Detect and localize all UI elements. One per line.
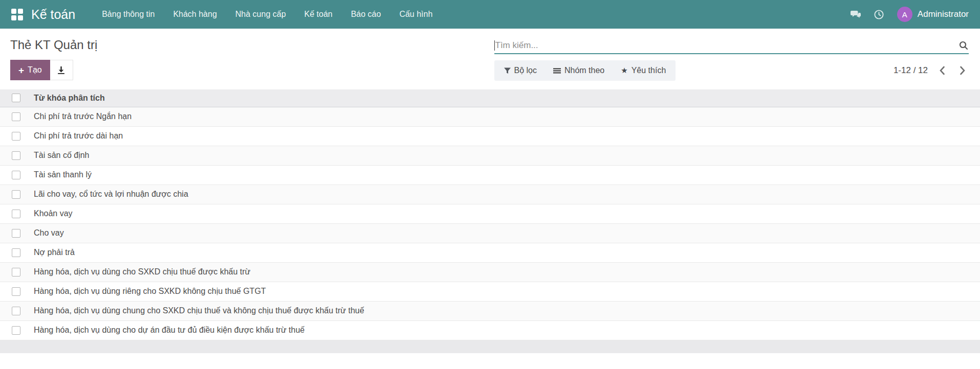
messages-icon[interactable] (850, 9, 861, 20)
activity-clock-icon[interactable] (874, 9, 885, 20)
apps-grid-square (11, 15, 16, 20)
list-view: Từ khóa phân tích Chi phí trả trước Ngắn… (0, 89, 980, 353)
row-label[interactable]: Hàng hóa, dịch vụ dùng cho SXKD chịu thu… (34, 262, 980, 282)
search-options-row: Bộ lọc Nhóm theo ★ Yêu thích 1-12 / 12 (494, 60, 969, 81)
table-row[interactable]: Hàng hóa, dịch vụ dùng cho dự án đầu tư … (0, 320, 980, 340)
row-label[interactable]: Chi phí trả trước Ngắn hạn (34, 107, 980, 126)
apps-grid-square (11, 9, 16, 14)
column-header[interactable]: Từ khóa phân tích (34, 89, 980, 107)
menu-item[interactable]: Nhà cung cấp (226, 0, 295, 29)
row-checkbox[interactable] (12, 190, 20, 199)
menu-item[interactable]: Cấu hình (390, 0, 442, 29)
chevron-right-icon (960, 66, 966, 75)
row-checkbox[interactable] (12, 151, 20, 160)
table-row[interactable]: Tài sản thanh lý (0, 165, 980, 184)
filters-button[interactable]: Bộ lọc (496, 60, 545, 81)
apps-grid-icon[interactable] (11, 9, 23, 20)
table-body: Chi phí trả trước Ngắn hạn Chi phí trả t… (0, 107, 980, 340)
export-download-button[interactable] (50, 60, 73, 80)
create-button[interactable]: + Tạo (10, 60, 50, 80)
table-row[interactable]: Cho vay (0, 223, 980, 243)
filter-funnel-icon (504, 67, 511, 74)
filters-button-label: Bộ lọc (514, 66, 537, 75)
row-label[interactable]: Hàng hóa, dịch vụ dùng chung cho SXKD ch… (34, 301, 980, 320)
control-panel: Thẻ KT Quản trị + Tạo (0, 29, 980, 81)
menu-item[interactable]: Kế toán (295, 0, 342, 29)
table-row[interactable]: Nợ phải trả (0, 243, 980, 262)
table-row[interactable]: Hàng hóa, dịch vụ dùng cho SXKD chịu thu… (0, 262, 980, 282)
search-bar[interactable] (494, 37, 969, 54)
pager-range: 1-12 / 12 (894, 65, 928, 76)
row-label[interactable]: Hàng hóa, dịch vụ dùng riêng cho SXKD kh… (34, 282, 980, 301)
search-input[interactable] (495, 40, 959, 51)
row-label[interactable]: Khoản vay (34, 204, 980, 223)
row-checkbox[interactable] (12, 326, 20, 335)
main-menu: Bảng thông tinKhách hàngNhà cung cấpKế t… (93, 0, 442, 29)
records-table: Từ khóa phân tích Chi phí trả trước Ngắn… (0, 89, 980, 340)
table-footer-strip (0, 340, 980, 353)
search-options-group: Bộ lọc Nhóm theo ★ Yêu thích (494, 60, 676, 81)
row-checkbox[interactable] (12, 112, 20, 121)
row-checkbox[interactable] (12, 307, 20, 315)
action-buttons: + Tạo (10, 60, 490, 80)
favorites-button[interactable]: ★ Yêu thích (613, 60, 674, 81)
create-button-label: Tạo (28, 65, 42, 75)
download-icon (57, 66, 66, 75)
group-by-button[interactable]: Nhóm theo (545, 60, 613, 81)
menu-item[interactable]: Báo cáo (342, 0, 390, 29)
apps-grid-square (18, 9, 23, 14)
apps-grid-square (18, 15, 23, 20)
select-all-checkbox[interactable] (12, 94, 20, 102)
top-nav: Kế toán Bảng thông tinKhách hàngNhà cung… (0, 0, 980, 29)
table-row[interactable]: Hàng hóa, dịch vụ dùng riêng cho SXKD kh… (0, 282, 980, 301)
favorites-button-label: Yêu thích (631, 66, 666, 75)
pager: 1-12 / 12 (894, 65, 969, 76)
control-panel-right: Bộ lọc Nhóm theo ★ Yêu thích 1-12 / 12 (490, 36, 980, 81)
row-checkbox[interactable] (12, 132, 20, 141)
row-checkbox[interactable] (12, 210, 20, 218)
row-label[interactable]: Chi phí trả trước dài hạn (34, 126, 980, 146)
chevron-left-icon (939, 66, 945, 75)
menu-item[interactable]: Khách hàng (164, 0, 226, 29)
row-label[interactable]: Cho vay (34, 223, 980, 243)
table-row[interactable]: Chi phí trả trước Ngắn hạn (0, 107, 980, 126)
nav-right: A Administrator (850, 7, 969, 22)
row-label[interactable]: Tài sản thanh lý (34, 165, 980, 184)
table-row[interactable]: Khoản vay (0, 204, 980, 223)
row-checkbox[interactable] (12, 268, 20, 276)
search-icon[interactable] (959, 40, 969, 51)
table-row[interactable]: Lãi cho vay, cổ tức và lợi nhuận được ch… (0, 184, 980, 204)
user-name: Administrator (918, 9, 969, 19)
avatar: A (897, 7, 912, 22)
user-menu[interactable]: A Administrator (897, 7, 969, 22)
page-title: Thẻ KT Quản trị (10, 38, 490, 52)
app-name[interactable]: Kế toán (31, 7, 75, 22)
star-icon: ★ (621, 66, 627, 75)
pager-next-button[interactable] (956, 65, 969, 76)
table-row[interactable]: Chi phí trả trước dài hạn (0, 126, 980, 146)
table-row[interactable]: Tài sản cố định (0, 146, 980, 165)
row-label[interactable]: Lãi cho vay, cổ tức và lợi nhuận được ch… (34, 184, 980, 204)
row-checkbox[interactable] (12, 171, 20, 179)
group-by-bars-icon (553, 67, 561, 74)
group-by-button-label: Nhóm theo (564, 66, 604, 75)
menu-item[interactable]: Bảng thông tin (93, 0, 164, 29)
table-header-row: Từ khóa phân tích (0, 89, 980, 107)
row-checkbox[interactable] (12, 229, 20, 238)
row-checkbox[interactable] (12, 248, 20, 257)
table-row[interactable]: Hàng hóa, dịch vụ dùng chung cho SXKD ch… (0, 301, 980, 320)
row-label[interactable]: Tài sản cố định (34, 146, 980, 165)
row-label[interactable]: Nợ phải trả (34, 243, 980, 262)
pager-previous-button[interactable] (936, 65, 948, 76)
row-label[interactable]: Hàng hóa, dịch vụ dùng cho dự án đầu tư … (34, 320, 980, 340)
row-checkbox[interactable] (12, 287, 20, 296)
plus-icon: + (18, 65, 24, 75)
control-panel-left: Thẻ KT Quản trị + Tạo (0, 36, 490, 81)
